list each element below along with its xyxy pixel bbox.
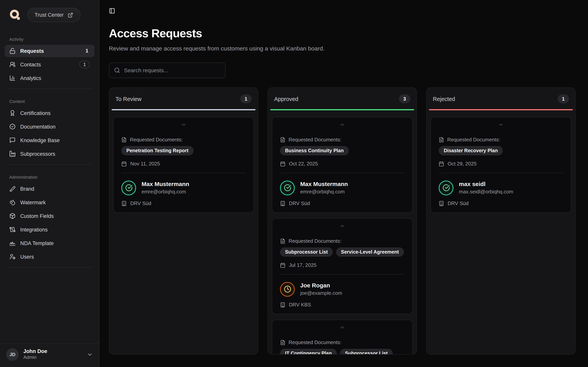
drag-handle-icon[interactable]	[181, 123, 187, 127]
circle-check-icon	[284, 184, 291, 192]
search-box	[109, 63, 225, 78]
request-card[interactable]: Requested Documents: Penetration Testing…	[113, 117, 254, 213]
search-input[interactable]	[124, 67, 221, 73]
file-text-icon	[121, 137, 127, 142]
sidebar-item-contacts[interactable]: Contacts 1	[5, 58, 95, 71]
sidebar-item-label: Contacts	[20, 62, 41, 67]
trust-center-button[interactable]: Trust Center	[27, 8, 80, 22]
card-divider	[280, 274, 405, 275]
nav-content: Certifications Documentation Knowledge B…	[5, 107, 95, 161]
requester-company: DRV KBS	[289, 302, 311, 308]
drag-handle-icon[interactable]	[339, 325, 345, 329]
requester-email: emre@orbiqhq.com	[300, 188, 348, 195]
sidebar-section-activity: Activity	[5, 37, 95, 42]
document-pill: IT Contingency Plan	[280, 349, 337, 355]
requester-company: DRV Süd	[130, 200, 151, 206]
brand-row: Trust Center	[5, 8, 95, 22]
user-name: John Doe	[23, 348, 47, 355]
sidebar-item-label: Brand	[20, 186, 34, 192]
sidebar-item-label: NDA Template	[20, 240, 54, 246]
requester-name: max seidl	[459, 180, 513, 188]
document-pill: Penetration Testing Report	[121, 146, 193, 155]
card-divider	[439, 173, 563, 173]
file-text-icon	[280, 340, 285, 345]
nav-activity: Requests 1 Contacts 1 Analytics	[5, 45, 95, 85]
page-subtitle: Review and manage access requests from c…	[109, 45, 576, 52]
requester-company: DRV Süd	[289, 200, 310, 206]
request-date: Nov 11, 2025	[130, 161, 160, 167]
award-icon	[9, 110, 16, 116]
request-card[interactable]: Requested Documents: Disaster Recovery P…	[431, 117, 571, 213]
sidebar-item-subprocessors[interactable]: Subprocessors	[5, 148, 95, 160]
sidebar-item-label: Analytics	[20, 75, 41, 81]
request-card[interactable]: Requested Documents: Business Continuity…	[272, 117, 413, 213]
status-avatar	[280, 180, 295, 195]
requester-company: DRV Süd	[448, 200, 469, 206]
request-date: Jul 17, 2025	[289, 262, 317, 268]
sidebar-item-label: Knowledge Base	[20, 137, 60, 143]
sidebar-item-custom-fields[interactable]: Custom Fields	[5, 210, 95, 222]
sidebar-item-brand[interactable]: Brand	[5, 183, 95, 195]
drag-handle-icon[interactable]	[339, 123, 345, 127]
sidebar-section-administration: Administration	[5, 175, 95, 179]
sidebar-item-label: Certifications	[20, 110, 51, 116]
chart-column-icon	[9, 75, 16, 81]
sidebar-item-analytics[interactable]: Analytics	[5, 72, 95, 84]
avatar: JD	[6, 348, 19, 361]
users-icon	[9, 61, 16, 67]
user-cog-icon	[9, 254, 16, 260]
sidebar-item-documentation[interactable]: Documentation	[5, 120, 95, 133]
column-to-review: To Review 1 Requested Documents: Penetra…	[109, 87, 258, 355]
sidebar-section-content: Content	[5, 99, 95, 104]
requested-documents-label: Requested Documents:	[289, 137, 341, 142]
user-role: Admin	[23, 355, 47, 361]
file-text-icon	[439, 137, 444, 142]
sidebar-item-label: Custom Fields	[20, 213, 54, 219]
circle-check-icon	[442, 184, 450, 192]
column-count-badge: 1	[240, 94, 252, 103]
droplets-icon	[9, 199, 16, 205]
sidebar-divider	[6, 164, 93, 165]
kanban-board: To Review 1 Requested Documents: Penetra…	[109, 87, 576, 355]
column-title: Approved	[274, 96, 298, 102]
requested-documents-label: Requested Documents:	[289, 238, 341, 244]
trust-center-label: Trust Center	[35, 12, 64, 18]
drag-handle-icon[interactable]	[339, 224, 345, 228]
sidebar-item-requests[interactable]: Requests 1	[5, 45, 95, 57]
card-divider	[121, 173, 246, 173]
sidebar-toggle-icon[interactable]	[109, 8, 115, 14]
sidebar-item-label: Documentation	[20, 124, 56, 130]
column-count-badge: 3	[399, 94, 410, 103]
message-square-icon	[9, 137, 16, 143]
card-divider	[280, 173, 405, 173]
sidebar-item-users[interactable]: Users	[5, 250, 95, 263]
requester-name: Joe Rogan	[300, 282, 342, 289]
sidebar-item-nda-template[interactable]: NDA Template	[5, 237, 95, 249]
requester-email: max.seidl@orbiqhq.com	[459, 188, 513, 195]
user-menu[interactable]: JD John Doe Admin	[0, 343, 99, 367]
cable-icon	[9, 226, 16, 233]
document-pill: Subprocessor List	[280, 247, 333, 257]
drag-handle-icon[interactable]	[498, 123, 504, 127]
app-window: Trust Center Activity Requests 1 Contact…	[0, 0, 588, 367]
sidebar-item-integrations[interactable]: Integrations	[5, 223, 95, 236]
requester-email: emre@orbiqhq.com	[142, 188, 189, 195]
requests-count-badge: 1	[86, 48, 90, 54]
brush-icon	[9, 186, 16, 192]
sidebar-item-certifications[interactable]: Certifications	[5, 107, 95, 119]
sidebar: Trust Center Activity Requests 1 Contact…	[0, 0, 100, 367]
column-title: Rejected	[433, 96, 455, 102]
file-text-icon	[280, 238, 285, 244]
factory-icon	[9, 151, 16, 157]
request-card[interactable]: Requested Documents: Subprocessor List S…	[272, 218, 413, 314]
sidebar-item-watermark[interactable]: Watermark	[5, 196, 95, 209]
request-card[interactable]: Requested Documents: IT Contingency Plan…	[272, 320, 413, 355]
status-avatar	[121, 180, 136, 195]
status-avatar	[439, 180, 453, 195]
box-icon	[9, 213, 16, 219]
page-title: Access Requests	[109, 27, 576, 40]
document-pill: Service-Level Agreement	[336, 247, 404, 257]
orbiq-logo-icon	[9, 9, 21, 21]
sidebar-item-knowledge-base[interactable]: Knowledge Base	[5, 134, 95, 146]
search-icon	[114, 67, 120, 73]
